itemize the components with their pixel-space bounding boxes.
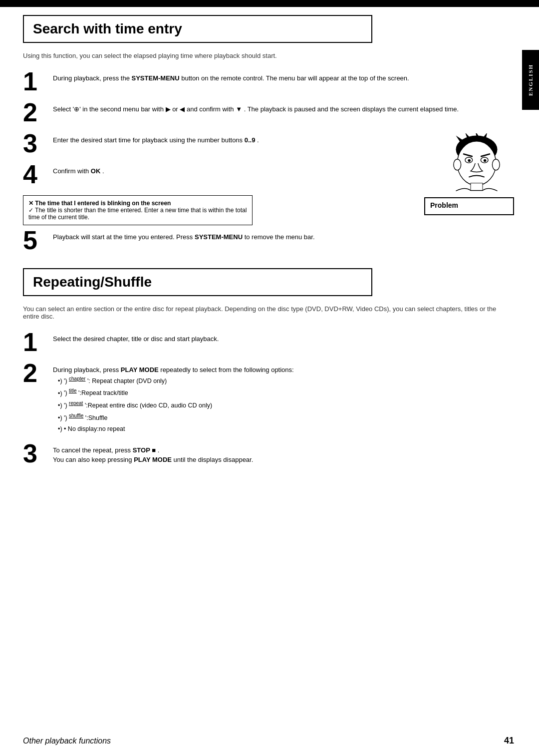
section1-title: Search with time entry <box>33 21 362 37</box>
section-repeating-shuffle: Repeating/Shuffle You can select an enti… <box>23 268 514 466</box>
svg-point-11 <box>484 159 487 162</box>
top-bar <box>0 0 539 7</box>
repeat-step-2-number: 2 <box>23 360 53 386</box>
step-1: 1 During playback, press the SYSTEM-MENU… <box>23 71 514 94</box>
svg-point-10 <box>468 159 471 162</box>
repeat-step-2-text: During playback, press PLAY MODE repeate… <box>53 363 514 435</box>
step-1-number: 1 <box>23 68 53 94</box>
step-5-number: 5 <box>23 227 53 253</box>
step-3-number: 3 <box>23 130 53 156</box>
svg-rect-14 <box>471 183 483 191</box>
repeat-step-1: 1 Select the desired chapter, title or d… <box>23 332 514 355</box>
section1-intro: Using this function, you can select the … <box>23 52 514 59</box>
step-5-text: Playback will start at the time you ente… <box>53 230 514 242</box>
repeat-step-3-text: To cancel the repeat, press STOP ■ . You… <box>53 443 514 465</box>
repeat-option-shuffle: ') shuffle ':Shuffle <box>58 412 514 423</box>
step-2-number: 2 <box>23 99 53 125</box>
section2-title-box: Repeating/Shuffle <box>23 268 372 296</box>
repeat-option-title: ') title ':Repeat track/title <box>58 387 514 398</box>
repeat-step-1-number: 1 <box>23 329 53 355</box>
repeat-step-2: 2 During playback, press PLAY MODE repea… <box>23 363 514 435</box>
side-language-tab: ENGLISH <box>522 50 539 110</box>
repeat-options-list: ') chapter ': Repeat chapter (DVD only) … <box>53 375 514 434</box>
step-3-text: Enter the desired start time for playbac… <box>53 133 419 145</box>
step-4-text: Confirm with OK . <box>53 164 419 176</box>
note-title: ✕ The time that I entered is blinking on… <box>28 200 247 207</box>
repeat-step-1-text: Select the desired chapter, title or dis… <box>53 332 514 344</box>
repeat-option-chapter: ') chapter ': Repeat chapter (DVD only) <box>58 375 514 386</box>
step-3: 3 Enter the desired start time for playb… <box>23 133 419 156</box>
steps-3-4-container: 3 Enter the desired start time for playb… <box>23 133 419 225</box>
step-4: 4 Confirm with OK . <box>23 164 419 187</box>
footer-label: Other playback functions <box>23 737 111 746</box>
note-text: ✓ The title is shorter than the time ent… <box>28 207 247 221</box>
step-3-4-area: 3 Enter the desired start time for playb… <box>23 133 514 225</box>
step-2-text: Select '⊕' in the second menu bar with ▶… <box>53 102 514 114</box>
step-1-text: During playback, press the SYSTEM-MENU b… <box>53 71 514 83</box>
face-problem-area: Problem <box>424 133 514 215</box>
repeat-option-no-display: • No display:no repeat <box>58 424 514 434</box>
svg-point-12 <box>454 159 461 170</box>
section2-intro: You can select an entire section or the … <box>23 305 514 320</box>
note-box: ✕ The time that I entered is blinking on… <box>23 195 253 225</box>
svg-point-5 <box>457 141 496 186</box>
step-5: 5 Playback will start at the time you en… <box>23 230 514 253</box>
problem-box: Problem <box>424 197 514 215</box>
section-search-time: Search with time entry Using this functi… <box>23 15 514 253</box>
section1-title-box: Search with time entry <box>23 15 372 43</box>
repeat-step-3-number: 3 <box>23 440 53 466</box>
section2-title: Repeating/Shuffle <box>33 274 362 290</box>
footer-page-number: 41 <box>504 736 514 746</box>
svg-point-13 <box>492 159 500 170</box>
main-content: Search with time entry Using this functi… <box>23 15 514 756</box>
footer: Other playback functions 41 <box>23 736 514 746</box>
face-illustration <box>439 133 514 193</box>
step-2: 2 Select '⊕' in the second menu bar with… <box>23 102 514 125</box>
repeat-option-repeat: ') repeat ':Repeat entire disc (video CD… <box>58 399 514 410</box>
repeat-step-3: 3 To cancel the repeat, press STOP ■ . Y… <box>23 443 514 466</box>
steps-container-1: 1 During playback, press the SYSTEM-MENU… <box>23 71 514 253</box>
problem-label: Problem <box>430 201 508 209</box>
step-4-number: 4 <box>23 161 53 187</box>
